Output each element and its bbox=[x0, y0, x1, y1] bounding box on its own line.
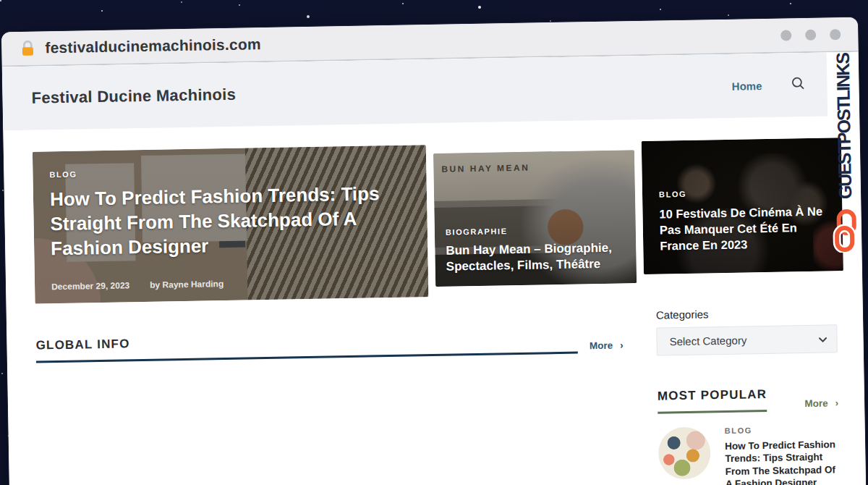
guestpostlinks-watermark[interactable]: GUESTPOSTLINKS bbox=[827, 54, 861, 256]
featured-posts-row: BLOG How To Predict Fashion Trends: Tips… bbox=[33, 138, 836, 303]
nav-link-home[interactable]: Home bbox=[732, 80, 762, 93]
header-spacer bbox=[236, 86, 732, 95]
section-title: MOST POPULAR bbox=[658, 387, 767, 414]
section-title: GLOBAL INFO bbox=[35, 337, 129, 352]
search-button[interactable] bbox=[791, 76, 805, 93]
section-header: MOST POPULAR More› bbox=[658, 386, 839, 413]
main-row: GLOBAL INFO More› Categories Select Cate… bbox=[35, 305, 840, 485]
more-label: More bbox=[804, 398, 828, 410]
featured-card-fashion-trends[interactable]: BLOG How To Predict Fashion Trends: Tips… bbox=[33, 145, 429, 303]
page-content: BLOG How To Predict Fashion Trends: Tips… bbox=[3, 116, 866, 485]
global-info-section: GLOBAL INFO More› bbox=[35, 309, 626, 485]
guestpostlinks-label: GUESTPOSTLINKS bbox=[833, 54, 854, 200]
category-select-value: Select Category bbox=[669, 333, 818, 348]
window-control-dot[interactable] bbox=[780, 30, 791, 41]
popular-post-item[interactable]: BLOG How To Predict Fashion Trends: Tips… bbox=[658, 424, 840, 485]
card-overlay: BLOG 10 Festivals De Cinéma À Ne Pas Man… bbox=[642, 138, 843, 274]
site-title: Festival Ducine Machinois bbox=[31, 85, 236, 108]
chain-link-icon bbox=[832, 209, 859, 256]
background-stars bbox=[0, 0, 1, 1]
search-icon bbox=[791, 76, 805, 93]
post-category-badge[interactable]: BLOG bbox=[49, 164, 404, 180]
scene: festivalducinemachinois.com Festival Duc… bbox=[0, 0, 868, 485]
post-category-badge[interactable]: BLOG bbox=[659, 187, 823, 199]
chevron-right-icon: › bbox=[835, 397, 838, 408]
section-header: GLOBAL INFO More› bbox=[35, 328, 623, 363]
chevron-right-icon: › bbox=[620, 340, 624, 350]
post-thumbnail bbox=[658, 426, 711, 479]
chevron-down-icon bbox=[818, 332, 827, 345]
post-date: December 29, 2023 bbox=[51, 280, 129, 292]
card-overlay: BLOG How To Predict Fashion Trends: Tips… bbox=[33, 145, 429, 303]
post-meta: December 29, 2023 by Rayne Harding bbox=[51, 276, 407, 292]
category-select[interactable]: Select Category bbox=[656, 324, 838, 355]
more-label: More bbox=[590, 340, 613, 352]
card-overlay: BIOGRAPHIE Bun Hay Mean – Biographie, Sp… bbox=[433, 150, 637, 287]
featured-card-festivals-cinema[interactable]: BLOG 10 Festivals De Cinéma À Ne Pas Man… bbox=[642, 138, 843, 274]
lock-icon bbox=[20, 40, 35, 57]
address-bar[interactable]: festivalducinemachinois.com bbox=[45, 27, 780, 57]
featured-card-bun-hay-mean[interactable]: BUN HAY MEAN BIOGRAPHIE Bun Hay Mean – B… bbox=[433, 150, 637, 287]
categories-label: Categories bbox=[656, 305, 837, 321]
popular-post-text: BLOG How To Predict Fashion Trends: Tips… bbox=[725, 424, 841, 485]
browser-window: festivalducinemachinois.com Festival Duc… bbox=[1, 17, 867, 485]
global-info-more-link[interactable]: More› bbox=[590, 340, 624, 351]
post-title[interactable]: 10 Festivals De Cinéma À Ne Pas Manquer … bbox=[659, 204, 824, 254]
post-category-badge[interactable]: BLOG bbox=[725, 424, 839, 435]
webpage: Festival Ducine Machinois Home GUESTPOST… bbox=[2, 52, 867, 485]
sidebar: Categories Select Category MOST POPULAR bbox=[656, 305, 840, 485]
categories-widget: Categories Select Category bbox=[656, 305, 838, 355]
post-author[interactable]: by Rayne Harding bbox=[150, 279, 224, 290]
section-underline: GLOBAL INFO bbox=[35, 329, 578, 363]
window-controls bbox=[780, 29, 841, 41]
post-title[interactable]: How To Predict Fashion Trends: Tips Stra… bbox=[50, 182, 391, 261]
post-title[interactable]: Bun Hay Mean – Biographie, Spectacles, F… bbox=[446, 240, 624, 274]
window-control-dot[interactable] bbox=[830, 29, 841, 40]
post-title[interactable]: How To Predict Fashion Trends: Tips Stra… bbox=[725, 438, 840, 485]
post-category-badge[interactable]: BIOGRAPHIE bbox=[446, 224, 623, 236]
window-control-dot[interactable] bbox=[805, 29, 816, 40]
most-popular-more-link[interactable]: More› bbox=[804, 397, 838, 409]
most-popular-widget: MOST POPULAR More› BLOG How To Predict F… bbox=[658, 386, 840, 485]
